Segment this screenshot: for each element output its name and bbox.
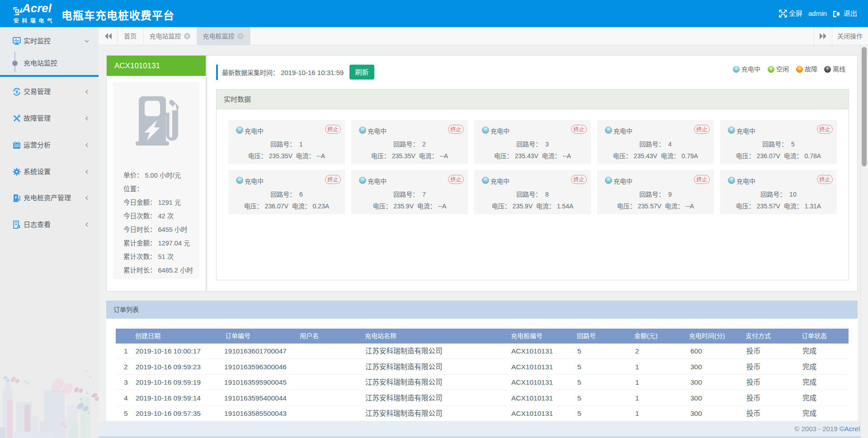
svg-text:¥: ¥ xyxy=(15,89,18,94)
